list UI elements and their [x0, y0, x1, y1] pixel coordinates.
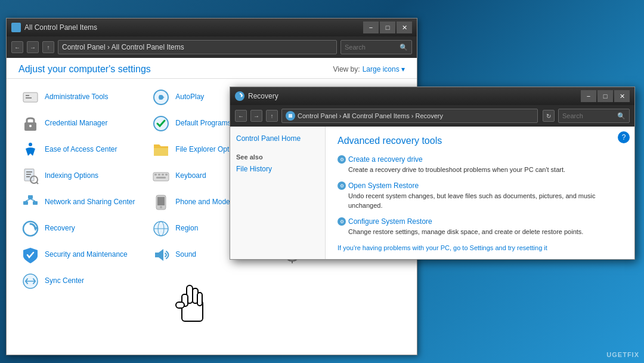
recovery-icon	[21, 219, 40, 238]
recovery-search-icon: 🔍	[617, 112, 626, 120]
create-recovery-label: Create a recovery drive	[348, 155, 423, 164]
recovery-search-box[interactable]: 🔍	[558, 109, 630, 123]
svg-rect-0	[13, 24, 16, 27]
recovery-address-bar: ← → ↑ Control Panel › All Control Panel …	[230, 105, 634, 127]
recovery-main-title: Advanced recovery tools	[338, 136, 623, 146]
recovery-path-icon	[286, 111, 295, 121]
phone-modem-icon	[151, 193, 171, 212]
svg-rect-30	[154, 174, 157, 176]
recovery-content: Control Panel Home See also File History…	[230, 127, 634, 259]
cp-item-recovery[interactable]: Recovery	[18, 216, 143, 241]
svg-point-19	[29, 143, 32, 146]
recovery-item-configure: ⚙ Configure System Restore Change restor…	[338, 217, 623, 236]
cp-item-network-sharing[interactable]: Network and Sharing Center	[18, 190, 143, 215]
svg-rect-32	[162, 174, 164, 176]
recovery-path-text: Control Panel › All Control Panel Items …	[298, 112, 443, 119]
svg-point-14	[29, 125, 32, 127]
administrative-tools-label: Administrative Tools	[45, 93, 109, 102]
cp-view-by: View by: Large icons ▾	[333, 65, 405, 73]
cp-page-title: Adjust your computer's settings	[18, 64, 151, 75]
security-maintenance-icon	[21, 245, 40, 264]
indexing-options-label: Indexing Options	[45, 171, 98, 181]
sound-label: Sound	[175, 250, 196, 260]
cp-window-icon	[11, 23, 21, 32]
open-system-restore-icon: ⚙	[338, 182, 346, 190]
recovery-item-system-restore: ⚙ Open System Restore Undo recent system…	[338, 182, 623, 210]
see-also-label: See also	[236, 153, 319, 161]
network-sharing-icon	[21, 193, 40, 212]
svg-point-43	[160, 206, 162, 208]
cp-address-path[interactable]: Control Panel › All Control Panel Items	[58, 40, 337, 54]
default-programs-icon	[151, 114, 171, 133]
recovery-sidebar: Control Panel Home See also File History	[230, 127, 326, 259]
recovery-back-button[interactable]: ←	[235, 110, 247, 122]
recovery-forward-button[interactable]: →	[250, 110, 262, 122]
default-programs-label: Default Programs	[175, 119, 231, 128]
cp-forward-button[interactable]: →	[27, 41, 39, 53]
view-by-label: View by:	[333, 65, 360, 73]
network-sharing-label: Network and Sharing Center	[45, 198, 135, 207]
desktop: All Control Panel Items − □ ✕ ← → ↑ Cont…	[0, 0, 644, 363]
cp-content-header: Adjust your computer's settings View by:…	[7, 58, 417, 79]
svg-rect-38	[33, 201, 38, 205]
cp-search-input[interactable]	[345, 44, 400, 51]
view-by-value[interactable]: Large icons ▾	[363, 65, 405, 73]
svg-line-39	[26, 199, 30, 201]
sync-center-icon	[21, 272, 40, 291]
recovery-close-button[interactable]: ✕	[614, 90, 630, 102]
cp-maximize-button[interactable]: □	[380, 21, 395, 33]
recovery-main-content: ? Advanced recovery tools ⚙ Create a rec…	[326, 127, 634, 259]
svg-rect-31	[158, 174, 160, 176]
svg-rect-6	[26, 97, 32, 99]
autoplay-label: AutoPlay	[175, 93, 204, 102]
cp-item-sync-center[interactable]: Sync Center	[18, 269, 143, 294]
search-icon: 🔍	[400, 44, 408, 51]
recovery-label: Recovery	[45, 224, 75, 233]
file-history-link[interactable]: File History	[236, 163, 319, 175]
cp-minimize-button[interactable]: −	[363, 21, 379, 33]
svg-rect-34	[156, 177, 166, 179]
create-recovery-link[interactable]: ⚙ Create a recovery drive	[338, 155, 623, 164]
file-explorer-icon	[151, 140, 171, 159]
credential-manager-label: Credential Manager	[45, 119, 107, 128]
cp-item-credential-manager[interactable]: Credential Manager	[18, 111, 143, 136]
svg-line-28	[36, 182, 38, 184]
svg-line-40	[30, 199, 35, 201]
svg-rect-24	[26, 171, 32, 173]
recovery-address-path[interactable]: Control Panel › All Control Panel Items …	[281, 109, 538, 123]
cp-search-box[interactable]: 🔍	[340, 40, 412, 54]
svg-rect-37	[23, 201, 28, 205]
recovery-window-controls: − □ ✕	[581, 90, 630, 102]
ease-of-access-label: Ease of Access Center	[45, 145, 117, 155]
svg-rect-2	[13, 28, 16, 30]
recovery-item-create: ⚙ Create a recovery drive Create a recov…	[338, 155, 623, 174]
recovery-maximize-button[interactable]: □	[597, 90, 613, 102]
cp-item-ease-of-access[interactable]: Ease of Access Center	[18, 137, 143, 162]
configure-restore-desc: Change restore settings, manage disk spa…	[348, 227, 623, 236]
administrative-tools-icon	[21, 88, 40, 107]
cp-item-administrative-tools[interactable]: Administrative Tools	[18, 85, 143, 110]
cp-item-indexing-options[interactable]: Indexing Options	[18, 164, 143, 189]
cp-up-button[interactable]: ↑	[42, 41, 54, 53]
credential-manager-icon	[21, 114, 40, 133]
cp-item-security-maintenance[interactable]: Security and Maintenance	[18, 242, 143, 267]
recovery-window: Recovery − □ ✕ ← → ↑ Control Panel › All…	[230, 87, 635, 260]
cp-back-button[interactable]: ←	[11, 41, 23, 53]
recovery-refresh-button[interactable]: ↻	[543, 110, 555, 122]
recovery-window-title: Recovery	[248, 92, 581, 100]
configure-restore-icon: ⚙	[338, 217, 346, 226]
configure-restore-link[interactable]: ⚙ Configure System Restore	[338, 217, 623, 226]
recovery-minimize-button[interactable]: −	[581, 90, 596, 102]
recovery-search-input[interactable]	[562, 112, 617, 119]
reset-link[interactable]: If you're having problems with your PC, …	[338, 244, 623, 251]
security-maintenance-label: Security and Maintenance	[45, 250, 128, 260]
cp-path-text: Control Panel › All Control Panel Items	[62, 43, 184, 51]
help-button[interactable]: ?	[618, 131, 630, 143]
open-system-restore-link[interactable]: ⚙ Open System Restore	[338, 182, 623, 190]
recovery-up-button[interactable]: ↑	[266, 110, 278, 122]
open-system-restore-label: Open System Restore	[348, 182, 419, 190]
control-panel-home-link[interactable]: Control Panel Home	[236, 133, 319, 144]
cp-close-button[interactable]: ✕	[397, 21, 412, 33]
configure-restore-label: Configure System Restore	[348, 217, 432, 226]
cp-window-controls: − □ ✕	[363, 21, 412, 33]
